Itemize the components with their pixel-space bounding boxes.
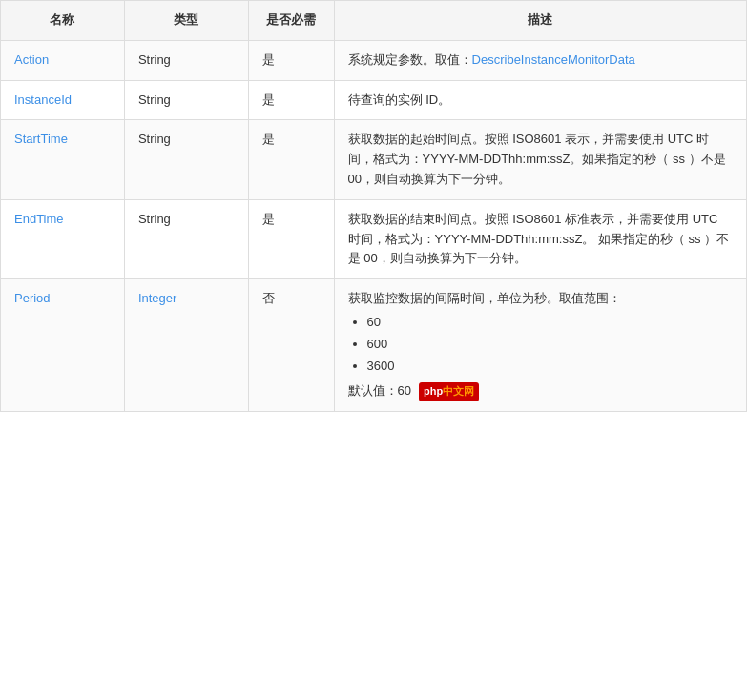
header-desc: 描述 bbox=[334, 1, 746, 41]
header-type: 类型 bbox=[124, 1, 248, 41]
table-row: StartTimeString是获取数据的起始时间点。按照 ISO8601 表示… bbox=[1, 120, 747, 199]
description-list: 606003600 bbox=[348, 313, 733, 376]
list-item: 60 bbox=[367, 313, 733, 333]
table-row: EndTimeString是获取数据的结束时间点。按照 ISO8601 标准表示… bbox=[1, 199, 747, 278]
param-name-link[interactable]: EndTime bbox=[14, 212, 64, 226]
list-item: 3600 bbox=[367, 357, 733, 377]
param-required: 是 bbox=[248, 120, 334, 199]
param-required: 是 bbox=[248, 40, 334, 80]
param-name: EndTime bbox=[1, 199, 125, 278]
param-name: Action bbox=[1, 40, 125, 80]
header-required: 是否必需 bbox=[248, 1, 334, 41]
php-badge: php中文网 bbox=[419, 382, 479, 401]
param-type: String bbox=[124, 199, 248, 278]
param-required: 是 bbox=[248, 80, 334, 120]
param-required: 否 bbox=[248, 279, 334, 412]
description-text: 获取数据的结束时间点。按照 ISO8601 标准表示，并需要使用 UTC 时间，… bbox=[348, 212, 730, 266]
params-table: 名称 类型 是否必需 描述 ActionString是系统规定参数。取值：Des… bbox=[0, 0, 747, 412]
table-row: InstanceIdString是待查询的实例 ID。 bbox=[1, 80, 747, 120]
param-required: 是 bbox=[248, 199, 334, 278]
param-name-link[interactable]: Action bbox=[14, 52, 49, 67]
param-type-link[interactable]: Integer bbox=[138, 291, 176, 305]
param-name-link[interactable]: StartTime bbox=[14, 132, 68, 146]
description-text: 获取数据的起始时间点。按照 ISO8601 表示，并需要使用 UTC 时间，格式… bbox=[348, 132, 726, 186]
param-description: 获取监控数据的间隔时间，单位为秒。取值范围：606003600默认值：60php… bbox=[334, 279, 746, 412]
param-description: 系统规定参数。取值：DescribeInstanceMonitorData bbox=[334, 40, 746, 80]
description-text: 待查询的实例 ID。 bbox=[348, 93, 451, 107]
param-description: 待查询的实例 ID。 bbox=[334, 80, 746, 120]
description-link[interactable]: DescribeInstanceMonitorData bbox=[472, 52, 635, 67]
param-name-link[interactable]: InstanceId bbox=[14, 93, 72, 107]
param-description: 获取数据的结束时间点。按照 ISO8601 标准表示，并需要使用 UTC 时间，… bbox=[334, 199, 746, 278]
table-row: PeriodInteger否获取监控数据的间隔时间，单位为秒。取值范围：6060… bbox=[1, 279, 747, 412]
param-name: InstanceId bbox=[1, 80, 125, 120]
param-type: Integer bbox=[124, 279, 248, 412]
table-row: ActionString是系统规定参数。取值：DescribeInstanceM… bbox=[1, 40, 747, 80]
param-description: 获取数据的起始时间点。按照 ISO8601 表示，并需要使用 UTC 时间，格式… bbox=[334, 120, 746, 199]
header-name: 名称 bbox=[1, 1, 125, 41]
param-type: String bbox=[124, 40, 248, 80]
param-name: StartTime bbox=[1, 120, 125, 199]
default-value-text: 默认值：60 bbox=[348, 381, 411, 401]
description-text: 系统规定参数。取值： bbox=[348, 52, 472, 67]
description-text: 获取监控数据的间隔时间，单位为秒。取值范围： bbox=[348, 291, 621, 305]
default-value-row: 默认值：60php中文网 bbox=[348, 381, 733, 401]
param-name-link[interactable]: Period bbox=[14, 291, 51, 305]
param-name: Period bbox=[1, 279, 125, 412]
param-type: String bbox=[124, 120, 248, 199]
list-item: 600 bbox=[367, 335, 733, 355]
param-type: String bbox=[124, 80, 248, 120]
